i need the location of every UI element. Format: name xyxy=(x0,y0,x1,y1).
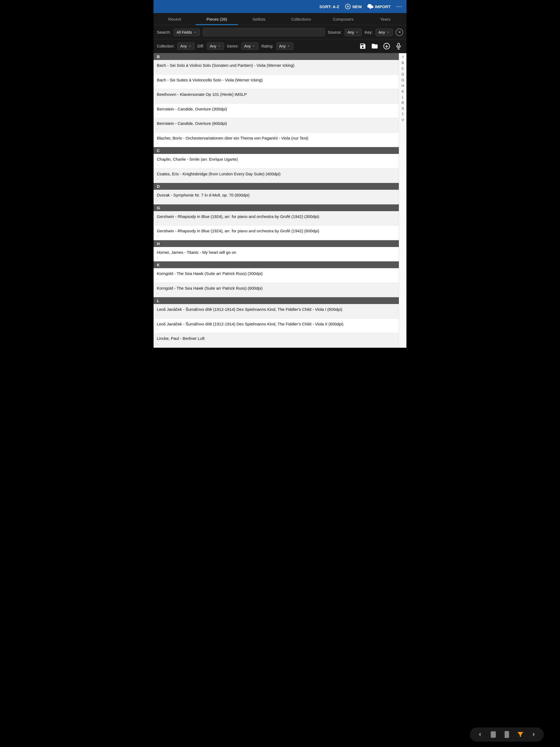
genre-dropdown[interactable]: Any xyxy=(241,42,259,50)
tab-pieces[interactable]: Pieces (26) xyxy=(196,13,238,25)
search-input[interactable] xyxy=(203,28,325,36)
search-label: Search: xyxy=(157,30,171,34)
list-item[interactable]: Gershwin - Rhapsody in Blue (1924), arr.… xyxy=(154,226,399,240)
folder-button[interactable] xyxy=(370,42,379,51)
rating-dropdown[interactable]: Any xyxy=(276,42,294,50)
sort-button[interactable]: SORT: A-Z xyxy=(319,4,340,9)
alpha-index-g[interactable]: G xyxy=(401,77,404,83)
piece-title: Bernstein - Candide, Overture (600dpi) xyxy=(157,121,396,126)
top-bar-actions: NEW IMPORT ⋯ xyxy=(345,3,402,10)
list-item[interactable]: Korngold - The Sea Hawk (Suite arr Patri… xyxy=(154,268,399,283)
alpha-index-t[interactable]: T xyxy=(402,111,404,117)
piece-subtitle: - xyxy=(157,199,396,203)
key-value: Any xyxy=(378,30,385,34)
svg-rect-6 xyxy=(398,43,400,46)
alpha-index-h[interactable]: H xyxy=(402,83,404,88)
list-item[interactable]: Beethoven - Klaviersonate Op 101 (Henle)… xyxy=(154,89,399,104)
import-button[interactable]: IMPORT xyxy=(367,3,391,9)
section-header-d: D xyxy=(154,183,399,190)
piece-title: Korngold - The Sea Hawk (Suite arr Patri… xyxy=(157,286,396,291)
piece-title: Gershwin - Rhapsody in Blue (1924), arr.… xyxy=(157,214,396,219)
piece-list: BBach - Sei Solo à Violino Solo (Sonaten… xyxy=(154,53,399,348)
collection-dropdown[interactable]: Any xyxy=(177,42,194,50)
list-item[interactable]: Lincke, Paul - Berliner Luft- xyxy=(154,333,399,348)
alpha-index-r[interactable]: R xyxy=(402,100,404,106)
alpha-index-?[interactable]: ? xyxy=(402,54,404,60)
more-button[interactable]: ⋯ xyxy=(396,3,402,10)
section-header-l: L xyxy=(154,297,399,304)
alpha-index-l[interactable]: L xyxy=(402,94,404,100)
diff-dropdown[interactable]: Any xyxy=(207,42,224,50)
alpha-index-k[interactable]: K xyxy=(402,88,404,94)
list-item[interactable]: Horner, James - Titanic - My heart will … xyxy=(154,247,399,262)
tab-collections[interactable]: Collections xyxy=(280,13,322,25)
piece-subtitle: - xyxy=(157,127,396,131)
piece-subtitle: - xyxy=(157,234,396,238)
filter-bar: Collection: Any Diff: Any Genre: Any Rat… xyxy=(154,40,406,53)
download-button[interactable] xyxy=(382,42,391,51)
mic-button[interactable] xyxy=(394,42,403,51)
tab-setlists[interactable]: Setlists xyxy=(238,13,280,25)
list-item[interactable]: Bach - Sei Solo à Violino Solo (Sonaten … xyxy=(154,60,399,75)
diff-label: Diff: xyxy=(197,44,204,48)
piece-subtitle: - xyxy=(157,327,396,331)
list-item[interactable]: Dvorak - Symphonie Nr. 7 in d-Moll, op. … xyxy=(154,190,399,204)
list-item[interactable]: Bernstein - Candide, Overture (600dpi)- xyxy=(154,118,399,133)
section-header-g: G xyxy=(154,204,399,211)
tab-bar: Recent Pieces (26) Setlists Collections … xyxy=(154,13,406,25)
list-item[interactable]: Leoš Janáček - Šumářovo dítě (1912-1914)… xyxy=(154,319,399,333)
alpha-index-d[interactable]: D xyxy=(402,71,404,77)
alpha-index-b[interactable]: B xyxy=(402,60,404,66)
piece-title: Lincke, Paul - Berliner Luft xyxy=(157,336,396,341)
piece-subtitle: - xyxy=(157,83,396,87)
new-label: NEW xyxy=(352,4,362,9)
piece-title: Bach - Six Suites à Violoncello Solo - V… xyxy=(157,77,396,83)
source-label: Source: xyxy=(328,30,342,34)
alpha-sidebar: ?BCDGHKLRSTV xyxy=(399,53,406,348)
list-item[interactable]: Bernstein - Candide, Overture (300dpi)- xyxy=(154,104,399,118)
piece-subtitle: - xyxy=(157,112,396,116)
key-label: Key: xyxy=(365,30,373,34)
piece-title: Beethoven - Klaviersonate Op 101 (Henle)… xyxy=(157,92,396,97)
alpha-index-c[interactable]: C xyxy=(402,66,404,71)
list-item[interactable]: Korngold - The Sea Hawk (Suite arr Patri… xyxy=(154,283,399,298)
alpha-index-s[interactable]: S xyxy=(402,106,404,111)
tab-recent[interactable]: Recent xyxy=(154,13,196,25)
collection-label: Collection: xyxy=(157,44,175,48)
sort-label: SORT: A-Z xyxy=(319,4,340,9)
piece-title: Gershwin - Rhapsody in Blue (1924), arr.… xyxy=(157,228,396,234)
piece-title: Leoš Janáček - Šumářovo dítě (1912-1914)… xyxy=(157,307,396,312)
alpha-index-v[interactable]: V xyxy=(402,117,404,123)
source-value: Any xyxy=(348,30,354,34)
piece-subtitle: - xyxy=(157,177,396,181)
search-bar: Search: All Fields Source: Any Key: Any … xyxy=(154,25,406,40)
piece-title: Bach - Sei Solo à Violino Solo (Sonaten … xyxy=(157,63,396,68)
search-field-dropdown[interactable]: All Fields xyxy=(174,28,200,36)
new-button[interactable]: NEW xyxy=(345,3,362,9)
piece-title: Dvorak - Symphonie Nr. 7 in d-Moll, op. … xyxy=(157,192,396,198)
piece-subtitle: - xyxy=(157,220,396,224)
tab-composers[interactable]: Composers xyxy=(322,13,364,25)
piece-title: Korngold - The Sea Hawk (Suite arr Patri… xyxy=(157,271,396,276)
list-item[interactable]: Blacher, Boris - Orchestervariationen üb… xyxy=(154,133,399,147)
list-item[interactable]: Bach - Six Suites à Violoncello Solo - V… xyxy=(154,75,399,89)
tab-years[interactable]: Years xyxy=(364,13,406,25)
list-item[interactable]: Coates, Eric - Knightsbridge (from Londo… xyxy=(154,169,399,183)
piece-title: Coates, Eric - Knightsbridge (from Londo… xyxy=(157,171,396,177)
list-item[interactable]: Gershwin - Rhapsody in Blue (1924), arr.… xyxy=(154,211,399,226)
list-item[interactable]: Chaplin, Charlie - Smile (arr. Enrique U… xyxy=(154,154,399,169)
piece-subtitle: - xyxy=(157,255,396,259)
filter-actions xyxy=(358,42,403,51)
source-dropdown[interactable]: Any xyxy=(345,28,362,36)
top-bar: SORT: A-Z NEW IMPORT ⋯ xyxy=(154,0,406,13)
save-filter-button[interactable] xyxy=(358,42,367,51)
piece-subtitle: - xyxy=(157,291,396,295)
collection-value: Any xyxy=(180,44,187,48)
piece-title: Chaplin, Charlie - Smile (arr. Enrique U… xyxy=(157,157,396,162)
clear-search-button[interactable]: ✕ xyxy=(396,28,403,36)
list-item[interactable]: Leoš Janáček - Šumářovo dítě (1912-1914)… xyxy=(154,304,399,319)
key-dropdown[interactable]: Any xyxy=(375,28,393,36)
rating-label: Rating: xyxy=(261,44,273,48)
search-field-label: All Fields xyxy=(177,30,192,34)
genre-label: Genre: xyxy=(227,44,239,48)
